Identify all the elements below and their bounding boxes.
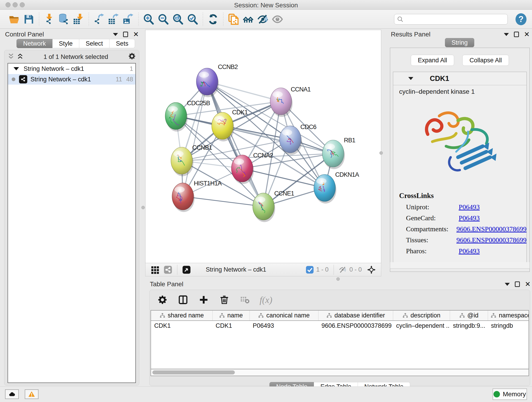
save-session-icon[interactable] <box>22 12 36 27</box>
duplicate-network-icon[interactable] <box>226 12 241 27</box>
panel-menu-icon[interactable] <box>113 33 118 36</box>
column-header-description[interactable]: description <box>393 311 450 321</box>
tab-sets[interactable]: Sets <box>109 39 135 48</box>
tab-string[interactable]: String <box>445 38 475 47</box>
import-network-icon[interactable] <box>42 12 57 27</box>
column-header-database-identifier[interactable]: database identifier <box>318 311 393 321</box>
float-panel-icon[interactable] <box>514 32 519 37</box>
tab-select[interactable]: Select <box>79 39 109 48</box>
network-collection-row[interactable]: String Network – cdk1 1 <box>8 64 135 74</box>
crosshair-pan-icon[interactable] <box>367 266 375 274</box>
table-row[interactable]: CDK1CDK1P064939606.ENSP00000378699cyclin… <box>151 321 529 331</box>
hidden-eye-icon[interactable] <box>339 266 347 274</box>
float-panel-icon[interactable] <box>123 32 128 37</box>
search-input[interactable] <box>404 16 505 23</box>
crosslink-link[interactable]: P06493 <box>459 203 480 211</box>
network-node-CDK1[interactable]: CDK1 <box>212 109 248 141</box>
apply-layout-icon[interactable] <box>206 12 220 27</box>
toolbar-search[interactable] <box>394 14 508 25</box>
network-edge[interactable] <box>207 82 264 206</box>
network-node-CCNA1[interactable]: CCNA1 <box>270 86 311 117</box>
grid-view-icon[interactable] <box>151 266 159 274</box>
network-node-HIST1H1A[interactable]: HIST1H1A <box>172 180 222 212</box>
network-edge[interactable] <box>242 168 325 188</box>
network-node-RB1[interactable]: RB1 <box>322 137 355 169</box>
table-cell[interactable]: CDK1 <box>212 321 249 331</box>
import-table-icon[interactable] <box>71 12 86 27</box>
network-node-CCNB1[interactable]: CCNB1 <box>171 144 212 176</box>
right-splitter-handle[interactable] <box>380 151 383 155</box>
panel-menu-icon[interactable] <box>504 33 509 36</box>
network-edge[interactable] <box>183 196 264 206</box>
export-network-icon[interactable] <box>92 12 106 27</box>
close-panel-icon[interactable]: ✕ <box>524 31 530 38</box>
protein-card-header[interactable]: CDK1 <box>393 72 526 85</box>
crosslink-link[interactable]: 9606.ENSP00000378699 <box>456 236 526 244</box>
collapse-section-icon[interactable] <box>408 77 413 80</box>
zoom-in-icon[interactable] <box>141 12 156 27</box>
table-cell[interactable]: 9606.ENSP00000378699 <box>318 321 393 331</box>
tab-style[interactable]: Style <box>52 39 79 48</box>
help-icon[interactable]: ? <box>515 13 526 25</box>
crosslink-link[interactable]: P06493 <box>459 247 480 255</box>
show-columns-icon[interactable] <box>177 294 189 306</box>
network-badge-icon[interactable] <box>164 266 172 274</box>
export-image-icon[interactable] <box>121 12 136 27</box>
show-all-icon[interactable] <box>270 12 285 27</box>
tab-network[interactable]: Network <box>17 39 52 48</box>
network-node-CDC6[interactable]: CDC6 <box>279 123 317 155</box>
collapse-collection-icon[interactable] <box>13 67 19 70</box>
close-panel-icon[interactable]: ✕ <box>525 281 531 288</box>
left-splitter-handle[interactable] <box>141 206 145 209</box>
network-view-canvas[interactable]: CCNB2 CCNA1 CDC25B CDK1 CDC6 <box>145 30 381 263</box>
import-database-icon[interactable] <box>57 12 71 27</box>
control-panel-title: Control Panel <box>5 31 113 38</box>
zoom-selected-icon[interactable] <box>185 12 200 27</box>
float-panel-icon[interactable] <box>515 281 520 287</box>
expand-all-button[interactable]: Expand All <box>411 55 454 66</box>
birds-eye-view-icon[interactable] <box>182 266 191 274</box>
expand-all-icon[interactable] <box>17 53 24 61</box>
column-header-canonical-name[interactable]: canonical name <box>249 311 318 321</box>
column-header-namespace[interactable]: namespace <box>488 311 529 321</box>
warnings-button[interactable] <box>25 389 38 399</box>
network-node-CCNE1[interactable]: CCNE1 <box>253 190 294 222</box>
open-session-icon[interactable] <box>7 12 22 27</box>
table-cell[interactable]: CDK1 <box>151 321 212 331</box>
table-horizontal-scrollbar[interactable] <box>151 369 529 376</box>
collapse-all-button[interactable]: Collapse All <box>462 55 509 66</box>
collapse-all-icon[interactable] <box>7 53 14 61</box>
export-table-icon[interactable] <box>106 12 121 27</box>
network-node-CDC25B[interactable]: CDC25B <box>165 100 210 132</box>
network-node-CDKN1A[interactable]: CDKN1A <box>314 171 359 204</box>
network-options-gear-icon[interactable] <box>128 52 136 62</box>
selected-checkbox-icon[interactable] <box>306 266 314 274</box>
network-node-CCNA2[interactable]: CCNA2 <box>231 152 273 184</box>
crosslink-link[interactable]: P06493 <box>459 214 480 222</box>
crosslink-link[interactable]: 9606.ENSP00000378699 <box>456 225 526 233</box>
first-neighbors-icon[interactable] <box>241 12 255 27</box>
memory-button[interactable]: Memory <box>493 389 527 400</box>
column-header-id[interactable]: @id <box>450 311 488 321</box>
scrollbar-handle[interactable] <box>152 370 235 375</box>
table-cell[interactable]: stringdb:9... <box>450 321 488 331</box>
network-row[interactable]: String Network – cdk1 11 48 <box>8 74 135 85</box>
results-scrollbar-track[interactable] <box>390 262 530 269</box>
table-cell[interactable]: P06493 <box>249 321 318 331</box>
zoom-out-icon[interactable] <box>156 12 171 27</box>
table-cell[interactable]: stringdb <box>488 321 529 331</box>
network-edge[interactable] <box>183 82 207 196</box>
hide-selection-icon[interactable] <box>255 12 270 27</box>
table-cell[interactable]: cyclin–dependent ... <box>393 321 450 331</box>
add-column-icon[interactable] <box>198 294 210 306</box>
zoom-fit-icon[interactable] <box>171 12 185 27</box>
column-header-name[interactable]: name <box>212 311 249 321</box>
cloud-status-button[interactable] <box>5 389 19 399</box>
network-graph[interactable]: CCNB2 CCNA1 CDC25B CDK1 CDC6 <box>146 30 381 263</box>
delete-column-icon[interactable] <box>218 294 230 306</box>
close-panel-icon[interactable]: ✕ <box>133 31 139 38</box>
network-node-CCNB2[interactable]: CCNB2 <box>196 64 238 97</box>
table-options-gear-icon[interactable] <box>157 294 168 306</box>
panel-menu-icon[interactable] <box>505 283 510 286</box>
column-header-shared-name[interactable]: shared name <box>151 311 212 321</box>
